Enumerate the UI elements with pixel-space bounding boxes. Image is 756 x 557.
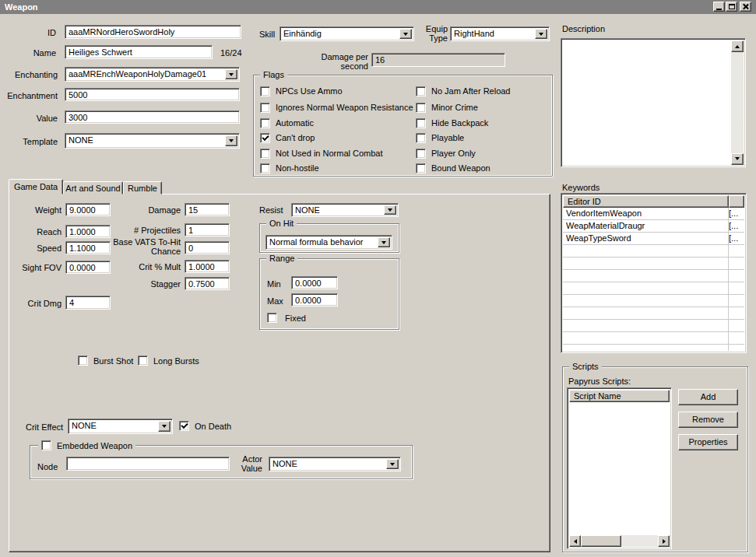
equip-type-select[interactable]: RightHand xyxy=(450,26,550,41)
maximize-icon xyxy=(729,4,735,9)
enchanting-dropdown-button[interactable] xyxy=(225,69,237,79)
flags-group: Flags NPCs Use Ammo Ignores Normal Weapo… xyxy=(253,75,553,177)
flag-label: Not Used in Normal Combat xyxy=(276,149,383,158)
scroll-down-button[interactable] xyxy=(731,153,744,165)
keyword-row[interactable]: WeapMaterialDraugr [... xyxy=(563,220,744,232)
remove-button[interactable]: Remove xyxy=(678,412,738,428)
script-name-header[interactable]: Script Name xyxy=(569,390,670,402)
flag-checkbox-npcs-use-ammo[interactable] xyxy=(260,86,270,96)
flag-checkbox-bound-weapon[interactable] xyxy=(416,163,426,173)
close-button[interactable] xyxy=(740,2,751,12)
arrow-left-icon xyxy=(571,539,577,544)
flag-checkbox-automatic[interactable] xyxy=(260,118,270,128)
arrow-down-icon xyxy=(735,157,740,163)
dps-field: 16 xyxy=(371,53,505,67)
dps-label: Damage per second xyxy=(311,52,368,71)
minimize-button[interactable] xyxy=(713,2,725,12)
chevron-down-icon xyxy=(229,73,234,79)
add-button[interactable]: Add xyxy=(678,389,738,405)
flag-checkbox-player-only[interactable] xyxy=(416,149,426,159)
flag-checkbox-hide-backpack[interactable] xyxy=(416,118,426,128)
window-title: Weapon xyxy=(5,2,38,12)
enchanting-select[interactable]: aaaMREnchWeaponHolyDamage01 xyxy=(65,67,240,82)
flag-checkbox-no-jam-after-reload[interactable] xyxy=(416,86,426,96)
chevron-down-icon xyxy=(539,33,543,38)
flag-label: Player Only xyxy=(431,149,476,158)
arrow-up-icon xyxy=(735,43,740,48)
template-value: NONE xyxy=(69,135,93,145)
skill-select[interactable]: Einhändig xyxy=(280,26,414,41)
tab-game-data[interactable]: Game Data xyxy=(9,179,63,194)
template-select[interactable]: NONE xyxy=(65,133,240,149)
flag-checkbox-non-hostile[interactable] xyxy=(260,163,270,173)
script-list[interactable]: Script Name xyxy=(567,387,672,549)
flag-item: Ignores Normal Weapon Resistance xyxy=(260,102,413,113)
flag-checkbox-playable[interactable] xyxy=(416,133,426,143)
flag-label: Non-hostile xyxy=(276,163,319,173)
keywords-header-editor-id[interactable]: Editor ID xyxy=(563,195,729,208)
minimize-icon xyxy=(716,9,722,10)
description-textarea[interactable] xyxy=(561,38,746,167)
template-label: Template xyxy=(9,137,58,146)
keyword-editor-id: WeapTypeSword xyxy=(563,233,729,244)
flag-label: Hide Backpack xyxy=(431,118,488,128)
flag-item: Playable xyxy=(416,132,464,143)
weapon-dialog: Weapon ID aaaMRNordHeroSwordHoly Name He… xyxy=(0,0,756,557)
flag-item: Player Only xyxy=(416,148,476,159)
maximize-button[interactable] xyxy=(726,2,737,12)
keywords-list[interactable]: Editor ID VendorItemWeapon [... WeapMate… xyxy=(561,193,747,353)
scroll-right-button[interactable] xyxy=(658,535,670,547)
game-data-tab-page xyxy=(9,194,550,552)
enchanting-value: aaaMREnchWeaponHolyDamage01 xyxy=(69,69,206,79)
chevron-down-icon xyxy=(403,33,408,38)
value-field[interactable]: 3000 xyxy=(65,110,240,124)
arrow-right-icon xyxy=(663,539,668,544)
tab-rumble[interactable]: Rumble xyxy=(123,181,162,194)
flag-item: Hide Backpack xyxy=(416,117,488,128)
id-label: ID xyxy=(16,28,56,37)
equip-type-value: RightHand xyxy=(454,29,494,39)
flag-label: No Jam After Reload xyxy=(431,86,511,96)
keywords-header: Editor ID xyxy=(563,195,744,208)
flag-label: Can't drop xyxy=(276,133,315,142)
hscroll-thumb[interactable] xyxy=(581,535,621,547)
keyword-row[interactable]: WeapTypeSword [... xyxy=(563,233,744,244)
scroll-left-button[interactable] xyxy=(569,535,581,547)
keywords-body: VendorItemWeapon [... WeapMaterialDraugr… xyxy=(563,208,744,351)
enchanting-label: Enchanting xyxy=(9,70,58,79)
keyword-editor-id: WeapMaterialDraugr xyxy=(563,220,729,232)
keywords-label: Keywords xyxy=(562,183,600,192)
flag-item: NPCs Use Ammo xyxy=(260,86,343,96)
enchantment-field[interactable]: 5000 xyxy=(65,88,240,101)
titlebar: Weapon xyxy=(0,0,756,14)
flag-item: Non-hostile xyxy=(260,163,319,173)
flags-group-title: Flags xyxy=(260,70,287,79)
flag-item: Bound Weapon xyxy=(416,163,491,173)
papyrus-scripts-label: Papyrus Scripts: xyxy=(568,377,631,386)
flag-checkbox-ignores-normal-weapon-resistance[interactable] xyxy=(260,103,270,113)
flag-label: Automatic xyxy=(276,118,314,128)
description-scrollbar[interactable] xyxy=(731,40,744,165)
skill-dropdown-button[interactable] xyxy=(399,29,412,39)
equip-type-dropdown-button[interactable] xyxy=(535,29,547,39)
flag-checkbox-not-used-in-normal-combat[interactable] xyxy=(260,149,270,159)
keyword-more: [... xyxy=(729,220,744,232)
script-list-hscrollbar[interactable] xyxy=(569,535,670,547)
name-field[interactable]: Heiliges Schwert xyxy=(65,45,213,59)
flag-label: Bound Weapon xyxy=(431,163,491,173)
template-dropdown-button[interactable] xyxy=(225,135,237,146)
chevron-down-icon xyxy=(229,139,234,145)
keyword-row[interactable]: VendorItemWeapon [... xyxy=(563,208,744,219)
name-char-counter: 16/24 xyxy=(220,48,242,58)
close-icon xyxy=(742,3,749,10)
properties-button[interactable]: Properties xyxy=(678,434,738,450)
scripts-group-title: Scripts xyxy=(569,362,602,371)
flag-label: Ignores Normal Weapon Resistance xyxy=(276,103,413,112)
flag-checkbox-minor-crime[interactable] xyxy=(416,103,426,113)
scroll-up-button[interactable] xyxy=(731,40,744,52)
id-field[interactable]: aaaMRNordHeroSwordHoly xyxy=(65,25,241,39)
keywords-header-extra[interactable] xyxy=(729,195,744,208)
flag-checkbox-cant-drop[interactable] xyxy=(260,133,270,143)
skill-value: Einhändig xyxy=(283,29,322,39)
tab-art-and-sound[interactable]: Art and Sound xyxy=(63,181,123,194)
